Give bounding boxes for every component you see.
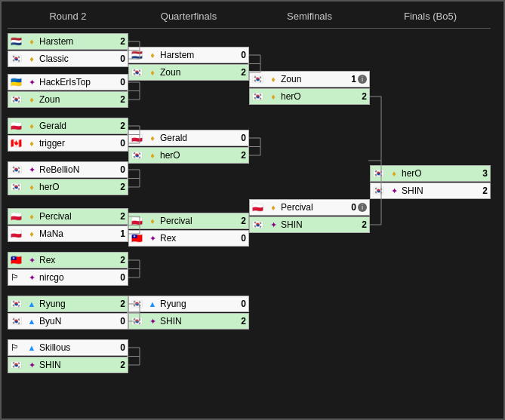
flag-icon: 🇰🇷 [131, 151, 145, 160]
flag-icon: 🏳 [11, 273, 24, 282]
player-score: 1 [347, 74, 356, 84]
race-icon: ▲ [26, 315, 38, 327]
race-icon: ♦ [267, 73, 279, 85]
matchup: 🇹🇼✦Rex2🏳✦nircgo0 [8, 252, 128, 287]
player-score: 2 [116, 94, 125, 105]
matchup: 🇰🇷▲Ryung0🇰🇷✦SHIN2 [128, 296, 249, 330]
race-icon: ♦ [26, 210, 38, 222]
player-row: 🇰🇷▲Ryung2 [8, 296, 128, 312]
matchup: 🇰🇷✦ReBellioN0🇰🇷♦herO2 [8, 161, 128, 196]
flag-icon: 🇹🇼 [131, 234, 145, 243]
quarterfinals-matches: 🇳🇱♦Harstem0🇰🇷♦Zoun2🇵🇱♦Gerald0🇰🇷♦herO2🇵🇱♦… [128, 33, 249, 333]
player-name: ByuN [39, 316, 116, 326]
race-icon: ✦ [26, 271, 38, 284]
flag-icon: 🇰🇷 [131, 68, 145, 77]
flag-icon: 🇰🇷 [252, 220, 266, 229]
player-name: herO [281, 91, 358, 102]
player-score: 1 [116, 228, 125, 239]
player-name: Gerald [39, 121, 116, 131]
finals-header: Finals (Bo5) [370, 8, 491, 29]
player-score: 2 [116, 121, 125, 131]
matchup: 🇰🇷▲Ryung2🇰🇷▲ByuN0 [8, 296, 128, 330]
player-score: 0 [237, 133, 246, 143]
flag-icon: 🏳 [11, 343, 24, 352]
player-score: 0 [116, 272, 125, 283]
round2-column: Round 2 🇳🇱♦Harstem2🇰🇷♦Classic0🇺🇦✦HackErI… [8, 8, 128, 377]
semifinals-header: Semifinals [249, 8, 370, 29]
player-score: 2 [116, 211, 125, 222]
flag-icon: 🇳🇱 [131, 51, 145, 60]
player-name: Rex [39, 255, 116, 265]
columns-wrapper: Round 2 🇳🇱♦Harstem2🇰🇷♦Classic0🇺🇦✦HackErI… [8, 8, 497, 377]
race-icon: ✦ [26, 164, 38, 176]
player-row: 🇰🇷♦Zoun1i [249, 71, 370, 87]
player-row: 🇺🇦✦HackErIsTop0 [8, 74, 128, 90]
race-icon: ✦ [26, 254, 38, 266]
flag-icon: 🇰🇷 [373, 169, 386, 178]
finals-column: Finals (Bo5) 🇰🇷♦herO3🇰🇷✦SHIN2 [370, 8, 491, 377]
player-row: 🇰🇷✦SHIN2 [249, 216, 370, 233]
race-icon: ▲ [26, 298, 38, 310]
player-name: Harstem [160, 50, 237, 60]
player-row: 🇰🇷♦Zoun2 [128, 64, 249, 81]
race-icon: ♦ [146, 215, 159, 227]
quarterfinals-header: Quarterfinals [128, 8, 249, 29]
player-name: Percival [281, 202, 347, 213]
player-row: 🇰🇷▲ByuN0 [8, 313, 128, 330]
info-icon[interactable]: i [358, 203, 367, 212]
player-row: 🇰🇷♦Classic0 [8, 51, 128, 67]
matchup: 🇵🇱♦Gerald0🇰🇷♦herO2 [128, 130, 249, 164]
player-score: 2 [237, 67, 246, 78]
player-score: 0 [237, 299, 246, 309]
player-row: 🇰🇷♦herO2 [8, 179, 128, 195]
player-row: 🇰🇷✦SHIN2 [128, 313, 249, 330]
race-icon: ▲ [26, 342, 38, 354]
race-icon: ✦ [388, 185, 400, 197]
player-row: 🇹🇼✦Rex2 [8, 252, 128, 268]
flag-icon: 🇰🇷 [11, 54, 24, 63]
player-score: 0 [116, 164, 125, 175]
player-score: 0 [116, 138, 125, 149]
player-name: Classic [39, 54, 116, 64]
player-score: 0 [116, 316, 125, 326]
race-icon: ♦ [26, 137, 38, 149]
player-name: Zoun [281, 74, 347, 84]
player-row: 🏳▲Skillous0 [8, 339, 128, 356]
player-row: 🇵🇱♦Gerald0 [128, 130, 249, 146]
quarterfinals-column: Quarterfinals 🇳🇱♦Harstem0🇰🇷♦Zoun2🇵🇱♦Gera… [128, 8, 249, 377]
race-icon: ♦ [146, 132, 159, 144]
flag-icon: 🇰🇷 [11, 165, 24, 174]
flag-icon: 🇳🇱 [11, 37, 24, 46]
player-score: 2 [358, 91, 367, 102]
race-icon: ♦ [388, 167, 400, 179]
race-icon: ♦ [267, 90, 279, 103]
matchup: 🇵🇱♦Gerald2🇨🇦♦trigger0 [8, 118, 128, 152]
player-row: 🇹🇼✦Rex0 [128, 230, 249, 247]
flag-icon: 🇹🇼 [11, 256, 24, 265]
player-name: Percival [39, 211, 116, 222]
race-icon: ▲ [146, 298, 159, 310]
info-icon[interactable]: i [358, 75, 367, 84]
race-icon: ✦ [267, 219, 279, 231]
matchup: 🇰🇷♦herO3🇰🇷✦SHIN2 [370, 165, 491, 200]
player-name: Zoun [160, 67, 237, 78]
player-name: Skillous [39, 342, 116, 353]
race-icon: ✦ [146, 232, 159, 244]
race-icon: ♦ [26, 94, 38, 106]
player-row: 🇵🇱♦Gerald2 [8, 118, 128, 134]
race-icon: ♦ [26, 228, 38, 240]
flag-icon: 🇰🇷 [11, 360, 24, 369]
player-row: 🇳🇱♦Harstem2 [8, 33, 128, 50]
player-score: 2 [116, 182, 125, 192]
finals-matches: 🇰🇷♦herO3🇰🇷✦SHIN2 [370, 33, 491, 203]
flag-icon: 🇰🇷 [252, 92, 266, 101]
player-name: Ryung [39, 299, 116, 309]
player-name: trigger [39, 138, 116, 149]
matchup: 🇺🇦✦HackErIsTop0🇰🇷♦Zoun2 [8, 74, 128, 109]
player-score: 0 [237, 50, 246, 60]
player-name: HackErIsTop [39, 77, 116, 87]
player-score: 2 [116, 36, 125, 47]
flag-icon: 🇰🇷 [11, 182, 24, 192]
player-row: 🇰🇷✦SHIN2 [8, 357, 128, 373]
player-name: Harstem [39, 36, 116, 47]
